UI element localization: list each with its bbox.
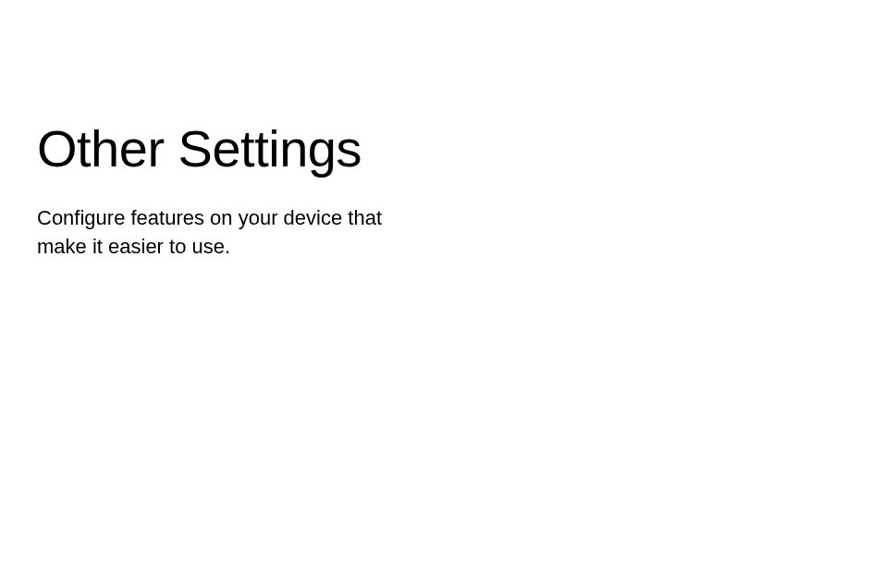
page-description: Configure features on your device that m…	[37, 203, 407, 263]
page-title: Other Settings	[37, 120, 882, 178]
